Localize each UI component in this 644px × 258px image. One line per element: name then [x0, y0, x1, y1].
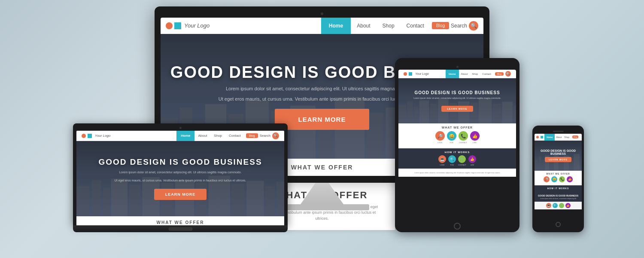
nav-links: Home About Shop Contact Blog Search 🔍: [321, 18, 478, 34]
phone-home-button[interactable]: [556, 222, 561, 227]
svg-rect-37: [458, 101, 469, 123]
contact-icon: 📞: [459, 131, 468, 141]
contact-label: CONTACT: [459, 141, 467, 144]
tablet-search: 🔍: [505, 71, 511, 77]
logo-area: Your Logo: [166, 22, 210, 29]
svg-rect-34: [430, 104, 437, 123]
phone-offer-icons: 🔎 😀 📞 👍: [536, 175, 580, 184]
phone-logo-circle-icon: [536, 136, 539, 138]
how-like-icon: 👍: [468, 155, 476, 163]
laptop-hero-subtitle2: Ut eget eros mauris, ut cursus urna. Ves…: [115, 178, 246, 183]
phone-nav-home[interactable]: Home: [544, 134, 555, 141]
nav-shop-link[interactable]: Shop: [377, 18, 401, 34]
tablet-nav-shop[interactable]: Shop: [470, 70, 480, 78]
fun-icon: 😀: [447, 131, 456, 141]
svg-rect-27: [246, 181, 264, 216]
laptop-nav-home[interactable]: Home: [176, 131, 194, 141]
phone-bottom-icon-2: 🔍: [553, 203, 558, 208]
phone-hero: GOOD DESIGN IS GOOD BUSINESS LEARN MORE: [535, 141, 582, 171]
phone-nav-about[interactable]: About: [555, 134, 563, 141]
svg-rect-52: [574, 154, 580, 171]
laptop-search: Search 🔍: [260, 132, 279, 139]
search-label: Search: [451, 23, 467, 29]
how-icon-3: 🛒 CONTACT: [458, 155, 466, 166]
phone-how-section: HOW IT WORKS: [535, 185, 582, 193]
tablet-nav-home[interactable]: Home: [446, 70, 459, 78]
svg-rect-19: [111, 179, 128, 217]
phone: Home About Shop Blog: [532, 126, 584, 232]
tablet-navbar: Your Logo Home About Shop Contact Blog 🔍: [398, 70, 516, 78]
svg-rect-41: [502, 102, 513, 123]
phone-nav-shop[interactable]: Shop: [563, 134, 571, 141]
how-fun-label: FUN: [450, 164, 454, 166]
svg-rect-17: [91, 180, 101, 216]
tablet-hero-title: GOOD DESIGN IS GOOD BUSINESS: [414, 90, 500, 95]
tablet-logo: Your Logo: [404, 72, 429, 76]
tablet-nav-about[interactable]: About: [459, 70, 470, 78]
how-contact-label: CONTACT: [458, 164, 466, 166]
scene: Your Logo Home About Shop Contact Blog S…: [21, 6, 623, 252]
phone-frame: Home About Shop Blog: [532, 126, 584, 232]
tablet-how-icons: 💻 LOOK 🔍 FUN 🛒 CONTACT 👍: [401, 155, 513, 166]
tablet-home-button[interactable]: [454, 223, 461, 230]
tablet-search-button[interactable]: 🔍: [505, 71, 511, 77]
hero-subtitle-line2: Ut eget eros mauris, ut cursus urna. Ves…: [219, 95, 425, 103]
tablet-offer-item-3: 📞 CONTACT: [459, 131, 468, 144]
tablet-testimonial-section: Lorem ipsum dolor sit amet, consectetur …: [398, 169, 516, 177]
look-icon: 🔎: [435, 131, 445, 141]
phone-nav-links: Home About Shop Blog: [544, 134, 580, 141]
logo-circle-icon: [166, 22, 173, 29]
nav-about-link[interactable]: About: [351, 18, 376, 34]
svg-rect-28: [265, 186, 275, 216]
laptop-nav-contact[interactable]: Contact: [225, 131, 244, 141]
laptop-nav-blog[interactable]: Blog: [246, 133, 258, 138]
phone-offer-section: WHAT WE OFFER 🔎 😀 📞 👍: [535, 171, 582, 185]
phone-hero2-subtitle: Lorem ipsum dolor sit amet, consectetur …: [536, 198, 580, 200]
tablet-logo-square-icon: [409, 72, 412, 76]
hero-subtitle-line1: Lorem ipsum dolor sit amet, consectetur …: [226, 85, 418, 92]
laptop-search-button[interactable]: 🔍: [272, 132, 279, 139]
svg-rect-31: [407, 101, 413, 123]
tablet-testimonial-text: Lorem ipsum dolor sit amet, consectetur …: [401, 172, 513, 174]
svg-rect-16: [76, 186, 89, 216]
laptop-offer-section: WHAT WE OFFER: [76, 216, 284, 225]
learn-more-button[interactable]: LEARN MORE: [275, 109, 370, 130]
how-contact-icon: 🛒: [458, 155, 466, 163]
nav-home-link[interactable]: Home: [321, 18, 351, 34]
laptop-nav-about[interactable]: About: [194, 131, 210, 141]
tablet-offer-item-2: 😀 FUN: [447, 131, 456, 144]
tablet-nav-blog[interactable]: Blog: [495, 72, 504, 76]
nav-blog-link[interactable]: Blog: [432, 22, 449, 29]
how-look-label: LOOK: [440, 164, 444, 166]
tablet-learn-more-button[interactable]: LEARN MORE: [441, 106, 474, 112]
svg-rect-43: [535, 159, 538, 171]
tablet-offer-item-4: 👍 LIKE: [470, 131, 480, 144]
svg-rect-30: [398, 105, 406, 123]
laptop-learn-more-button[interactable]: LEARN MORE: [154, 189, 207, 200]
search-button[interactable]: 🔍: [469, 21, 478, 31]
phone-learn-more-button[interactable]: LEARN MORE: [545, 157, 571, 162]
phone-nav-blog[interactable]: Blog: [572, 135, 578, 138]
laptop-keyboard: [73, 225, 288, 232]
phone-like-icon: 👍: [567, 176, 573, 182]
svg-rect-32: [414, 107, 418, 123]
svg-rect-18: [103, 188, 110, 217]
tablet-nav-contact[interactable]: Contact: [480, 70, 493, 78]
laptop-nav-links: Home About Shop Contact Blog Search 🔍: [176, 131, 279, 141]
svg-rect-33: [419, 100, 429, 123]
svg-rect-44: [539, 156, 541, 171]
phone-look-icon: 🔎: [544, 176, 550, 182]
laptop-navbar: Your Logo Home About Shop Contact Blog S…: [76, 131, 284, 141]
nav-search-area: Search 🔍: [451, 21, 478, 31]
tablet-offer-item-1: 🔎 LOOK: [435, 131, 445, 144]
stand-foot: [275, 204, 369, 210]
laptop-nav-shop[interactable]: Shop: [210, 131, 225, 141]
laptop-search-label: Search: [260, 134, 270, 138]
phone-bottom-icon-3: 🛒: [559, 203, 564, 208]
svg-rect-45: [542, 160, 544, 171]
phone-screen: Home About Shop Blog: [535, 134, 582, 220]
nav-contact-link[interactable]: Contact: [401, 18, 430, 34]
tablet-hero-subtitle: Lorem ipsum dolor sit amet, consectetur …: [409, 97, 505, 100]
svg-rect-53: [580, 159, 582, 171]
tablet-screen: Your Logo Home About Shop Contact Blog 🔍: [398, 70, 516, 220]
